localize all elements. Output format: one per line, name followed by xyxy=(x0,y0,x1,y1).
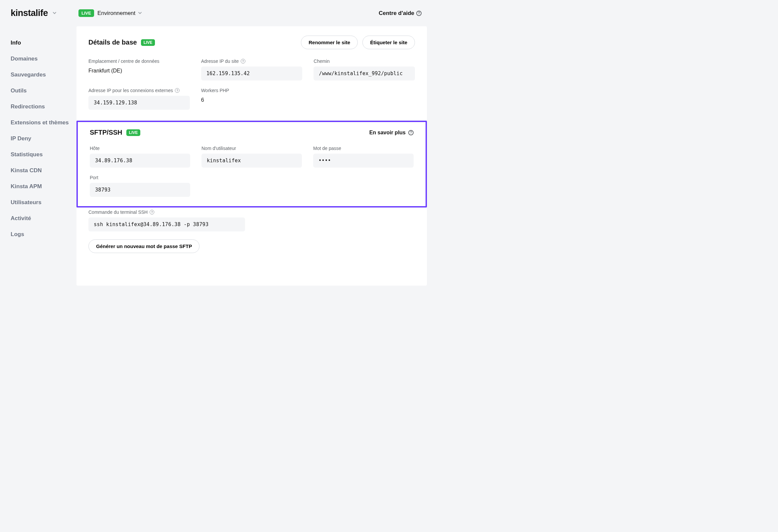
help-link[interactable]: Centre d'aide ? xyxy=(379,10,421,17)
ext-ip-field: Adresse IP pour les connexions externes … xyxy=(88,88,190,110)
sidebar-item-logs[interactable]: Logs xyxy=(11,226,76,242)
sidebar-item-domaines[interactable]: Domaines xyxy=(11,51,76,67)
host-label: Hôte xyxy=(90,146,190,151)
workers-label: Workers PHP xyxy=(201,88,303,93)
location-field: Emplacement / centre de données Frankfur… xyxy=(88,59,190,80)
location-label: Emplacement / centre de données xyxy=(88,59,190,64)
sidebar-item-statistiques[interactable]: Statistiques xyxy=(11,147,76,163)
path-label: Chemin xyxy=(314,59,415,64)
sidebar-item-sauvegardes[interactable]: Sauvegardes xyxy=(11,67,76,83)
info-icon[interactable]: ? xyxy=(150,210,154,215)
password-field: Mot de passe •••• xyxy=(313,146,413,168)
sidebar-item-activite[interactable]: Activité xyxy=(11,211,76,226)
generate-sftp-password-button[interactable]: Générer un nouveau mot de passe SFTP xyxy=(88,239,200,253)
workers-value: 6 xyxy=(201,96,303,103)
host-field: Hôte 34.89.176.38 xyxy=(90,146,190,168)
sidebar-item-cdn[interactable]: Kinsta CDN xyxy=(11,163,76,178)
chevron-down-icon[interactable] xyxy=(138,10,142,16)
ssh-command-value[interactable]: ssh kinstalifex@34.89.176.38 -p 38793 xyxy=(88,218,245,231)
workers-field: Workers PHP 6 xyxy=(201,88,303,110)
path-field: Chemin /www/kinstalifex_992/public xyxy=(314,59,415,80)
ssh-command-field: Commande du terminal SSH ? ssh kinstalif… xyxy=(76,210,427,239)
tag-site-button[interactable]: Étiqueter le site xyxy=(363,35,415,49)
info-icon[interactable]: ? xyxy=(241,59,245,64)
live-badge: LIVE xyxy=(126,129,141,136)
sidebar-item-extensions[interactable]: Extensions et thèmes xyxy=(11,115,76,131)
ext-ip-value[interactable]: 34.159.129.138 xyxy=(88,96,190,110)
sidebar-item-outils[interactable]: Outils xyxy=(11,83,76,99)
site-ip-label: Adresse IP du site xyxy=(201,59,239,64)
password-value[interactable]: •••• xyxy=(313,154,413,168)
location-value: Frankfurt (DE) xyxy=(88,67,190,74)
basic-details-panel: Détails de base LIVE Renommer le site Ét… xyxy=(76,26,427,121)
ssh-command-label: Commande du terminal SSH xyxy=(88,210,148,215)
sftp-title: SFTP/SSH xyxy=(90,129,122,136)
help-icon: ? xyxy=(416,11,421,16)
env-label[interactable]: Environnement xyxy=(97,10,135,17)
sidebar: Info Domaines Sauvegardes Outils Redirec… xyxy=(0,26,76,286)
learn-more-label: En savoir plus xyxy=(369,130,406,136)
live-badge: LIVE xyxy=(141,39,155,46)
password-label: Mot de passe xyxy=(313,146,413,151)
info-icon[interactable]: ? xyxy=(175,88,179,93)
port-value[interactable]: 38793 xyxy=(90,183,190,197)
site-name: kinstalife xyxy=(11,8,48,18)
sidebar-item-apm[interactable]: Kinsta APM xyxy=(11,178,76,195)
basic-title: Détails de base xyxy=(88,39,137,46)
ext-ip-label: Adresse IP pour les connexions externes xyxy=(88,88,173,93)
path-value[interactable]: /www/kinstalifex_992/public xyxy=(314,67,415,80)
host-value[interactable]: 34.89.176.38 xyxy=(90,154,190,168)
chevron-down-icon[interactable] xyxy=(53,11,57,16)
user-label: Nom d'utilisateur xyxy=(202,146,302,151)
sidebar-item-info[interactable]: Info xyxy=(11,35,76,51)
site-ip-value[interactable]: 162.159.135.42 xyxy=(201,67,303,80)
port-field: Port 38793 xyxy=(90,175,190,197)
port-label: Port xyxy=(90,175,190,180)
env-live-badge: LIVE xyxy=(78,9,94,17)
site-ip-field: Adresse IP du site ? 162.159.135.42 xyxy=(201,59,303,80)
user-value[interactable]: kinstalifex xyxy=(202,154,302,168)
help-icon: ? xyxy=(408,130,413,135)
sftp-panel: SFTP/SSH LIVE En savoir plus ? Hôte 34.8… xyxy=(76,121,427,208)
sidebar-item-utilisateurs[interactable]: Utilisateurs xyxy=(11,195,76,211)
main-panel: Détails de base LIVE Renommer le site Ét… xyxy=(76,26,427,286)
topbar: kinstalife LIVE Environnement Centre d'a… xyxy=(0,0,432,26)
sidebar-item-ipdeny[interactable]: IP Deny xyxy=(11,131,76,147)
rename-site-button[interactable]: Renommer le site xyxy=(301,35,358,49)
learn-more-link[interactable]: En savoir plus ? xyxy=(369,130,413,136)
help-label: Centre d'aide xyxy=(379,10,414,17)
sidebar-item-redirections[interactable]: Redirections xyxy=(11,99,76,115)
user-field: Nom d'utilisateur kinstalifex xyxy=(202,146,302,168)
